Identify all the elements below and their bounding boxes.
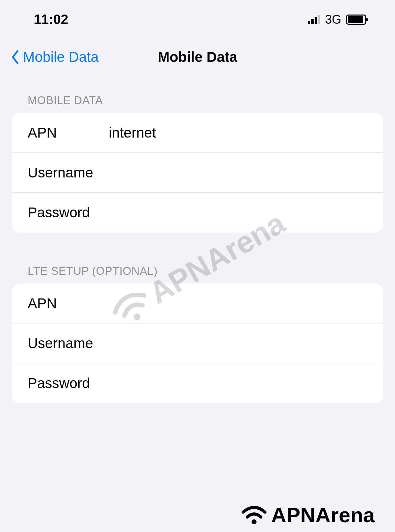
username-label: Username <box>28 165 109 181</box>
apn-input[interactable] <box>109 125 367 141</box>
content: MOBILE DATA APN Username Password LTE SE… <box>0 82 395 403</box>
status-right: 3G <box>308 13 366 27</box>
back-button[interactable]: Mobile Data <box>10 49 99 65</box>
password-input[interactable] <box>109 204 367 221</box>
username-input[interactable] <box>109 165 367 181</box>
svg-point-1 <box>252 519 257 525</box>
network-type: 3G <box>325 13 341 27</box>
lte-apn-input[interactable] <box>109 295 367 312</box>
lte-password-label: Password <box>28 375 109 391</box>
apn-label: APN <box>28 125 109 141</box>
lte-username-input[interactable] <box>109 335 367 352</box>
row-password[interactable]: Password <box>12 193 383 233</box>
row-username[interactable]: Username <box>12 153 383 193</box>
row-lte-username[interactable]: Username <box>12 323 383 363</box>
nav-bar: Mobile Data Mobile Data <box>0 37 395 82</box>
brand-footer: APNArena <box>240 503 375 527</box>
signal-icon <box>308 15 320 24</box>
lte-apn-label: APN <box>28 295 109 312</box>
row-lte-password[interactable]: Password <box>12 363 383 403</box>
page-title: Mobile Data <box>158 49 237 65</box>
row-apn[interactable]: APN <box>12 113 383 153</box>
chevron-left-icon <box>10 50 20 65</box>
status-time: 11:02 <box>34 12 68 27</box>
lte-username-label: Username <box>28 335 109 352</box>
section-header-lte: LTE SETUP (OPTIONAL) <box>12 253 383 284</box>
lte-password-input[interactable] <box>109 375 367 391</box>
password-label: Password <box>28 204 109 221</box>
section-lte: APN Username Password <box>12 284 383 403</box>
wifi-icon <box>240 504 268 526</box>
section-mobile-data: APN Username Password <box>12 113 383 233</box>
status-bar: 11:02 3G <box>0 0 395 37</box>
back-label: Mobile Data <box>23 49 99 65</box>
section-header-mobile-data: MOBILE DATA <box>12 82 383 113</box>
battery-icon <box>346 15 366 25</box>
row-lte-apn[interactable]: APN <box>12 284 383 323</box>
